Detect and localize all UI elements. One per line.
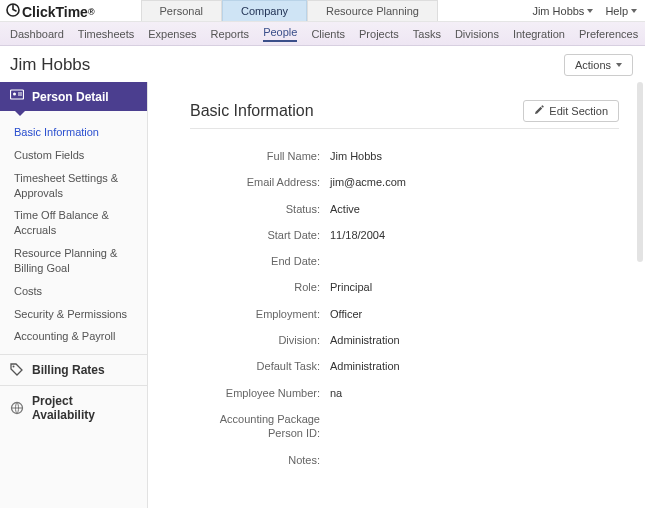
field-label: Default Task: xyxy=(190,359,330,373)
actions-button[interactable]: Actions xyxy=(564,54,633,76)
field-label: Employment: xyxy=(190,307,330,321)
svg-point-1 xyxy=(13,93,16,96)
field-value: Officer xyxy=(330,307,362,321)
field-row: Division:Administration xyxy=(190,333,619,347)
caret-down-icon xyxy=(587,9,593,13)
field-label: End Date: xyxy=(190,254,330,268)
view-tab-personal[interactable]: Personal xyxy=(141,0,222,21)
main-nav: DashboardTimesheetsExpensesReportsPeople… xyxy=(0,22,645,46)
field-row: Role:Principal xyxy=(190,280,619,294)
section-title: Basic Information xyxy=(190,102,314,120)
scrollbar-thumb[interactable] xyxy=(637,82,643,262)
section-header: Basic Information Edit Section xyxy=(190,100,619,129)
sidebar-link-accounting-payroll[interactable]: Accounting & Payroll xyxy=(0,325,147,348)
view-tab-company[interactable]: Company xyxy=(222,0,307,21)
field-value: na xyxy=(330,386,342,400)
main-content: Basic Information Edit Section Full Name… xyxy=(148,82,645,508)
sidebar-link-custom-fields[interactable]: Custom Fields xyxy=(0,144,147,167)
help-menu-label: Help xyxy=(605,5,628,17)
sidebar-section-billing-rates[interactable]: Billing Rates xyxy=(0,354,147,385)
id-card-icon xyxy=(10,89,24,104)
sidebar-section-label: Project Availability xyxy=(32,394,137,422)
field-value: jim@acme.com xyxy=(330,175,406,189)
field-row: Start Date:11/18/2004 xyxy=(190,228,619,242)
field-value: Administration xyxy=(330,359,400,373)
top-bar: ClickTime® PersonalCompanyResource Plann… xyxy=(0,0,645,22)
brand-text: ClickTime xyxy=(22,4,88,20)
sidebar-link-costs[interactable]: Costs xyxy=(0,280,147,303)
view-tabs: PersonalCompanyResource Planning xyxy=(141,0,438,21)
nav-item-integration[interactable]: Integration xyxy=(513,28,565,40)
nav-item-expenses[interactable]: Expenses xyxy=(148,28,196,40)
nav-item-clients[interactable]: Clients xyxy=(311,28,345,40)
field-label: Status: xyxy=(190,202,330,216)
field-value: 11/18/2004 xyxy=(330,228,385,242)
edit-section-button[interactable]: Edit Section xyxy=(523,100,619,122)
field-row: End Date: xyxy=(190,254,619,268)
page-body: Person Detail Basic InformationCustom Fi… xyxy=(0,82,645,508)
field-row: Employee Number:na xyxy=(190,386,619,400)
top-bar-right: Jim Hobbs Help xyxy=(532,5,637,17)
caret-down-icon xyxy=(616,63,622,67)
nav-item-projects[interactable]: Projects xyxy=(359,28,399,40)
sidebar-link-time-off-balance-accruals[interactable]: Time Off Balance & Accruals xyxy=(0,204,147,242)
sidebar-link-timesheet-settings-approvals[interactable]: Timesheet Settings & Approvals xyxy=(0,167,147,205)
globe-icon xyxy=(10,401,24,415)
svg-point-4 xyxy=(13,366,15,368)
nav-item-dashboard[interactable]: Dashboard xyxy=(10,28,64,40)
page-header: Jim Hobbs Actions xyxy=(0,46,645,82)
field-value: Administration xyxy=(330,333,400,347)
nav-item-tasks[interactable]: Tasks xyxy=(413,28,441,40)
field-label: Full Name: xyxy=(190,149,330,163)
nav-item-timesheets[interactable]: Timesheets xyxy=(78,28,134,40)
edit-section-label: Edit Section xyxy=(549,105,608,117)
pencil-icon xyxy=(534,105,544,117)
view-tab-resource-planning[interactable]: Resource Planning xyxy=(307,0,438,21)
field-list: Full Name:Jim HobbsEmail Address:jim@acm… xyxy=(190,149,619,467)
nav-item-preferences[interactable]: Preferences xyxy=(579,28,638,40)
sidebar-header-person-detail[interactable]: Person Detail xyxy=(0,82,147,111)
brand-logo[interactable]: ClickTime® xyxy=(4,1,101,20)
field-label: Employee Number: xyxy=(190,386,330,400)
field-row: Accounting Package Person ID: xyxy=(190,412,619,441)
sidebar-link-security-permissions[interactable]: Security & Permissions xyxy=(0,303,147,326)
sidebar-section-project-availability[interactable]: Project Availability xyxy=(0,385,147,430)
sidebar-header-label: Person Detail xyxy=(32,90,109,104)
field-row: Notes: xyxy=(190,453,619,467)
sidebar-link-list: Basic InformationCustom FieldsTimesheet … xyxy=(0,111,147,354)
field-label: Start Date: xyxy=(190,228,330,242)
tag-icon xyxy=(10,363,24,377)
field-label: Notes: xyxy=(190,453,330,467)
user-menu[interactable]: Jim Hobbs xyxy=(532,5,593,17)
nav-item-reports[interactable]: Reports xyxy=(211,28,250,40)
field-row: Default Task:Administration xyxy=(190,359,619,373)
caret-down-icon xyxy=(631,9,637,13)
page-title: Jim Hobbs xyxy=(10,55,90,75)
actions-button-label: Actions xyxy=(575,59,611,71)
svg-rect-3 xyxy=(18,95,22,96)
field-label: Role: xyxy=(190,280,330,294)
field-row: Employment:Officer xyxy=(190,307,619,321)
field-value: Jim Hobbs xyxy=(330,149,382,163)
field-value: Active xyxy=(330,202,360,216)
nav-item-people[interactable]: People xyxy=(263,26,297,42)
field-label: Division: xyxy=(190,333,330,347)
svg-rect-2 xyxy=(18,93,22,94)
sidebar-link-basic-information[interactable]: Basic Information xyxy=(0,121,147,144)
field-row: Email Address:jim@acme.com xyxy=(190,175,619,189)
user-menu-label: Jim Hobbs xyxy=(532,5,584,17)
sidebar-link-resource-planning-billing-goal[interactable]: Resource Planning & Billing Goal xyxy=(0,242,147,280)
sidebar-section-label: Billing Rates xyxy=(32,363,105,377)
field-row: Status:Active xyxy=(190,202,619,216)
nav-item-divisions[interactable]: Divisions xyxy=(455,28,499,40)
registered-icon: ® xyxy=(88,7,95,17)
help-menu[interactable]: Help xyxy=(605,5,637,17)
field-value: Principal xyxy=(330,280,372,294)
clock-icon xyxy=(6,3,20,20)
field-row: Full Name:Jim Hobbs xyxy=(190,149,619,163)
sidebar: Person Detail Basic InformationCustom Fi… xyxy=(0,82,148,508)
field-label: Email Address: xyxy=(190,175,330,189)
field-label: Accounting Package Person ID: xyxy=(190,412,330,441)
